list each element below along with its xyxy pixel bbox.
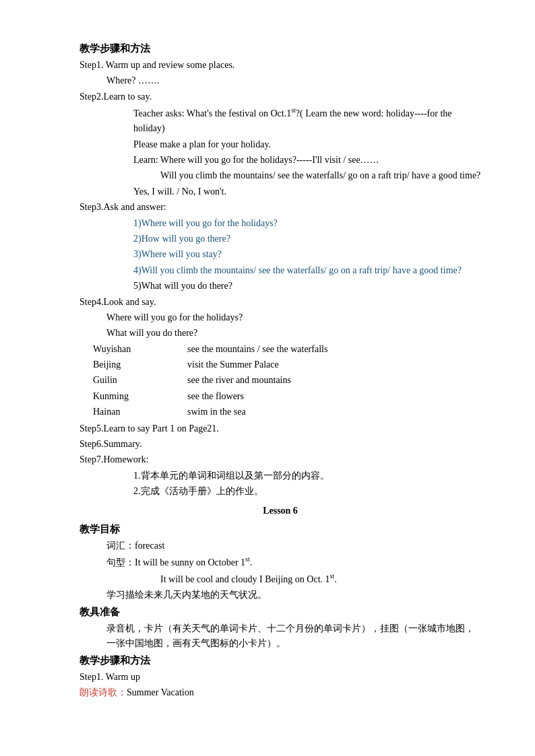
activity-col: see the flowers xyxy=(187,389,481,404)
sentence2-end: . xyxy=(334,574,337,584)
step5-line: Step5.Learn to say Part 1 on Page21. xyxy=(80,421,481,436)
sentence1-end: . xyxy=(250,557,253,568)
step4-q1: Where will you go for the holidays? xyxy=(80,310,481,325)
place-col: Wuyishan xyxy=(93,342,187,357)
sentence2-text: It will be cool and cloudy I Beijing on … xyxy=(160,574,330,584)
step3-line: Step3.Ask and answer: xyxy=(80,200,481,215)
step2-sup1: st xyxy=(291,106,296,114)
table-row: Wuyishansee the mountains / see the wate… xyxy=(93,342,481,357)
step7-line: Step7.Homework: xyxy=(80,452,481,467)
places-table: (function() { const data = JSON.parse(do… xyxy=(80,342,481,420)
sentence1-sup: st xyxy=(245,555,250,563)
table-row: Beijingvisit the Summer Palace xyxy=(93,357,481,372)
step1-line: Step1. Warm up and review some places. xyxy=(80,58,481,73)
activity-col: see the mountains / see the waterfalls xyxy=(187,342,481,357)
place-col: Beijing xyxy=(93,357,187,372)
section-title-4: 教学步骤和方法 xyxy=(80,652,481,668)
step3-q4: 4)Will you climb the mountains/ see the … xyxy=(80,263,481,278)
sentence-label: 句型： xyxy=(106,557,135,568)
place-col: Guilin xyxy=(93,373,187,388)
step2-sub5: Yes, I will. / No, I won't. xyxy=(80,184,481,199)
activity-col: swim in the sea xyxy=(187,405,481,419)
table-row: Kunmingsee the flowers xyxy=(93,389,481,404)
section-title-1: 教学步骤和方法 xyxy=(80,40,481,57)
step3-q3: 3)Where will you stay? xyxy=(80,247,481,262)
sentence1-line: 句型：It will be sunny on October 1st. xyxy=(80,554,481,570)
materials-line: 录音机，卡片（有关天气的单词卡片、十二个月份的单词卡片），挂图（一张城市地图，一… xyxy=(80,621,481,652)
step3-q1: 1)Where will you go for the holidays? xyxy=(80,216,481,231)
vocab-line: 词汇：forecast xyxy=(80,539,481,553)
recite-label: 朗读诗歌： xyxy=(80,687,127,697)
activity-col: visit the Summer Palace xyxy=(187,357,481,372)
step2-sub4: Will you climb the mountains/ see the wa… xyxy=(80,168,481,183)
step3-q2: 2)How will you go there? xyxy=(80,232,481,246)
step2-sub1-text: Teacher asks: What's the festival on Oct… xyxy=(133,108,291,118)
table-row: Hainanswim in the sea xyxy=(93,405,481,419)
recite-line: 朗读诗歌：Summer Vacation xyxy=(80,685,481,700)
section-title-2: 教学目标 xyxy=(80,521,481,537)
lesson6-heading: Lesson 6 xyxy=(80,504,481,518)
step4-line: Step4.Look and say. xyxy=(80,295,481,310)
step2-line: Step2.Learn to say. xyxy=(80,90,481,104)
step4-q2: What will you do there? xyxy=(80,326,481,341)
sentence2-line: It will be cool and cloudy I Beijing on … xyxy=(80,571,481,587)
step3-q5: 5)What will you do there? xyxy=(80,279,481,294)
section-title-3: 教具准备 xyxy=(80,604,481,620)
activity-col: see the river and mountains xyxy=(187,373,481,388)
table-row: Guilinsee the river and mountains xyxy=(93,373,481,388)
place-col: Kunming xyxy=(93,389,187,404)
sentence1-text: It will be sunny on October 1 xyxy=(135,557,245,568)
hw1-line: 1.背本单元的单词和词组以及第一部分的内容。 xyxy=(80,469,481,483)
learning-goal-line: 学习描绘未来几天内某地的天气状况。 xyxy=(80,588,481,603)
hw2-line: 2.完成《活动手册》上的作业。 xyxy=(80,484,481,499)
step1b-line: Step1. Warm up xyxy=(80,670,481,685)
step6-line: Step6.Summary. xyxy=(80,437,481,452)
step2-sub3: Learn: Where will you go for the holiday… xyxy=(80,153,481,168)
step1-sub1: Where? ……. xyxy=(80,73,481,88)
place-col: Hainan xyxy=(93,405,187,419)
recite-content: Summer Vacation xyxy=(127,687,194,697)
step2-sub1: Teacher asks: What's the festival on Oct… xyxy=(80,105,481,136)
step2-sub2: Please make a plan for your holiday. xyxy=(80,137,481,152)
